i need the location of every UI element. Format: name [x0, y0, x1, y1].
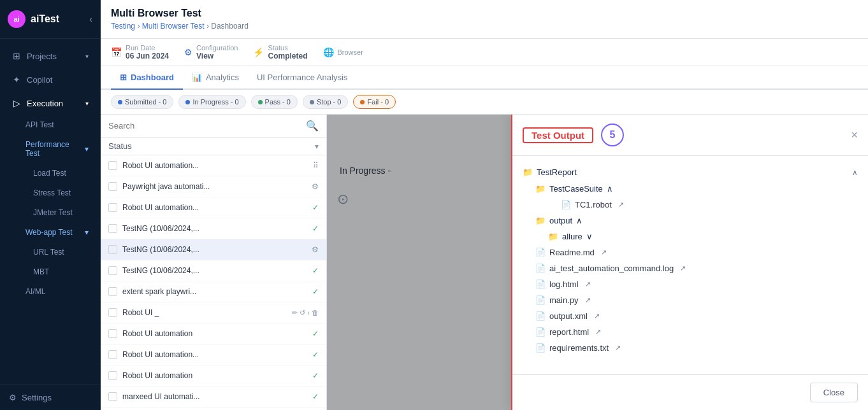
file-main-py[interactable]: 📄 main.py ↗ [523, 292, 858, 308]
breadcrumb-testing[interactable]: Testing [111, 22, 135, 31]
item-name: Robot UI automation... [122, 203, 307, 212]
folder-allure[interactable]: 📁 allure ∨ [548, 229, 858, 244]
item-checkbox[interactable] [108, 392, 117, 401]
tab-ui-performance[interactable]: UI Performance Analysis [248, 66, 356, 90]
sidebar-item-api-test[interactable]: API Test [3, 115, 98, 134]
sidebar-item-jmeter-test[interactable]: JMeter Test [3, 203, 98, 222]
sidebar-item-execution[interactable]: ▷ Execution ▾ [3, 92, 98, 115]
filter-pass[interactable]: Pass - 0 [251, 95, 298, 109]
item-checkbox[interactable] [108, 308, 117, 317]
status-filter-dropdown[interactable]: Status ▾ [101, 138, 326, 155]
filter-in-progress[interactable]: In Progress - 0 [178, 95, 245, 109]
item-checkbox[interactable] [108, 266, 117, 275]
item-checkbox[interactable] [108, 203, 117, 212]
external-link-icon[interactable]: ↗ [585, 280, 591, 288]
list-item[interactable]: TestNG (10/06/2024,... ✓ [101, 260, 326, 281]
file-requirements-txt[interactable]: 📄 requirements.txt ↗ [523, 340, 858, 356]
collapse-icon[interactable]: ∧ [852, 168, 858, 177]
execution-icon: ▷ [11, 98, 22, 108]
list-item[interactable]: TestNG (10/06/2024,... ⚙ [101, 239, 326, 260]
list-item[interactable]: Robot UI automation ✓ [101, 323, 326, 344]
sidebar-item-mbt[interactable]: MBT [3, 262, 98, 281]
item-check-icon: ✓ [312, 392, 319, 401]
item-check-icon: ✓ [312, 371, 319, 380]
item-checkbox[interactable] [108, 350, 117, 359]
config-value: View [196, 52, 238, 60]
file-name: TC1.robot [575, 200, 612, 209]
list-item[interactable]: marxeed UI automati... ✓ [101, 386, 326, 407]
list-item[interactable]: Paywright java automati... ⚙ [101, 176, 326, 197]
file-icon: 📄 [561, 200, 571, 209]
settings-nav-item[interactable]: ⚙ Settings [0, 385, 100, 410]
breadcrumb-multi-browser[interactable]: Multi Browser Test [142, 22, 205, 31]
list-item[interactable]: extent spark playwri... ✓ [101, 281, 326, 302]
list-item[interactable]: Robot UI automation ✓ [101, 365, 326, 386]
tab-analytics[interactable]: 📊 Analytics [183, 66, 248, 90]
file-output-xml[interactable]: 📄 output.xml ↗ [523, 308, 858, 324]
external-link-icon[interactable]: ↗ [585, 296, 591, 304]
item-checkbox[interactable] [108, 161, 117, 170]
item-checkbox[interactable] [108, 182, 117, 191]
browser-label: Browser [338, 48, 363, 56]
list-item[interactable]: Robot UI _ ✏ ↺ ‹ 🗑 [101, 302, 326, 323]
overlay-close-button[interactable]: × [851, 129, 858, 142]
sidebar-item-aiml[interactable]: AI/ML [3, 282, 98, 301]
sidebar-item-performance-test[interactable]: Performance Test ▾ [3, 135, 98, 163]
external-link-icon[interactable]: ↗ [601, 248, 607, 257]
sidebar-item-load-test[interactable]: Load Test [3, 164, 98, 183]
sidebar-item-url-test[interactable]: URL Test [3, 243, 98, 262]
file-icon: 📄 [535, 327, 546, 337]
folder-output[interactable]: 📁 output ∧ [535, 213, 858, 229]
top-bar: Multi Browser Test Testing › Multi Brows… [101, 0, 868, 39]
file-readme[interactable]: 📄 Readme.md ↗ [523, 244, 858, 260]
item-checkbox[interactable] [108, 287, 117, 296]
item-name: TestNG (10/06/2024,... [122, 245, 307, 254]
external-link-icon[interactable]: ↗ [680, 264, 686, 272]
tab-dashboard[interactable]: ⊞ Dashboard [111, 66, 183, 90]
item-checkbox[interactable] [108, 224, 117, 233]
logo-area: ai aiTest ‹ [0, 0, 100, 39]
item-checkbox[interactable] [108, 245, 117, 254]
file-name: main.py [549, 295, 579, 305]
file-tc1robot[interactable]: 📄 TC1.robot ↗ [548, 197, 858, 213]
list-item[interactable]: TestNG (10/06/2024,... ✓ [101, 218, 326, 239]
filter-stop[interactable]: Stop - 0 [303, 95, 349, 109]
item-checkbox[interactable] [108, 329, 117, 338]
sidebar-item-copilot[interactable]: ✦ Copilot [3, 68, 98, 91]
collapse-icon[interactable]: ∧ [576, 216, 582, 225]
external-link-icon[interactable]: ↗ [615, 344, 621, 352]
mbt-label: MBT [33, 267, 49, 276]
run-date-value: 06 Jun 2024 [126, 52, 169, 60]
sidebar-item-projects[interactable]: ⊞ Projects ▾ [3, 45, 98, 67]
filter-fail[interactable]: Fail - 0 [353, 95, 396, 109]
analytics-tab-label: Analytics [206, 73, 239, 82]
overlay-title: Test Output [523, 127, 593, 143]
expand-icon[interactable]: ∨ [586, 232, 593, 241]
external-link-icon[interactable]: ↗ [618, 201, 624, 209]
sidebar-item-web-app-test[interactable]: Web-app Test ▾ [3, 223, 98, 242]
list-item[interactable]: Robot UI automation... ✓ [101, 197, 326, 218]
folder-name: TestReport [537, 167, 577, 177]
folder-testreport[interactable]: 📁 TestReport ∧ [523, 164, 858, 181]
sidebar-collapse-button[interactable]: ‹ [89, 14, 92, 24]
sidebar-item-stress-test[interactable]: Stress Test [3, 183, 98, 202]
test-list: Robot UI automation... ⠿ Paywright java … [101, 155, 326, 410]
overlay-footer: Close [512, 374, 868, 410]
folder-testcasesuite[interactable]: 📁 TestCaseSuite ∧ [535, 181, 858, 197]
file-icon: 📄 [535, 248, 546, 257]
collapse-icon[interactable]: ∧ [607, 184, 613, 194]
execution-label: Execution [27, 99, 63, 108]
filter-submitted[interactable]: Submitted - 0 [111, 95, 173, 109]
external-link-icon[interactable]: ↗ [594, 312, 600, 320]
file-ai-test-log[interactable]: 📄 ai_test_automation_command.log ↗ [523, 260, 858, 276]
file-log-html[interactable]: 📄 log.html ↗ [523, 276, 858, 292]
list-item[interactable]: Robot UI automation... ✓ [101, 344, 326, 365]
file-report-html[interactable]: 📄 report.html ↗ [523, 324, 858, 340]
search-input[interactable] [108, 121, 301, 131]
close-button[interactable]: Close [810, 383, 858, 402]
item-checkbox[interactable] [108, 371, 117, 380]
list-item[interactable]: marxeed UI automati... ✓ [101, 407, 326, 410]
external-link-icon[interactable]: ↗ [595, 328, 601, 336]
item-settings-icon: ⚙ [312, 245, 319, 254]
list-item[interactable]: Robot UI automation... ⠿ [101, 155, 326, 176]
